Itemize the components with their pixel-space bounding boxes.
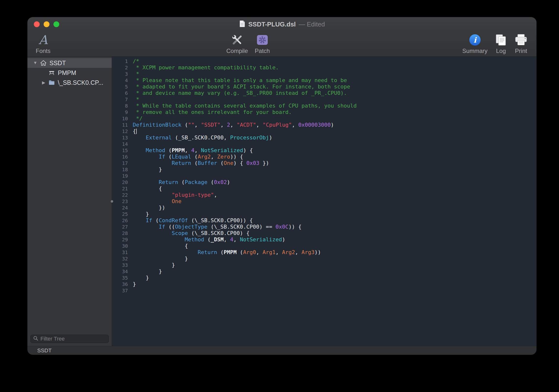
log-pages-icon xyxy=(495,33,507,47)
disclosure-triangle[interactable]: ▼ xyxy=(31,61,39,65)
title-bar[interactable]: SSDT-PLUG.dsl — Edited xyxy=(27,17,536,31)
code-line[interactable]: Method (PMPM, 4, NotSerialized) { xyxy=(133,147,536,154)
line-number: 21 xyxy=(112,185,128,192)
code-line[interactable]: If ((ObjectType (\_SB.SCK0.CP00) == 0x0C… xyxy=(133,224,536,230)
code-line[interactable]: * Please note that this table is only a … xyxy=(133,77,536,84)
code-line[interactable]: * While the table contains several examp… xyxy=(133,103,536,109)
content-area: ▼SSDTPMPM▶\_SB.SCK0.CP... 12345678910111… xyxy=(27,57,536,346)
line-number: 4 xyxy=(112,77,128,84)
code-line[interactable]: { xyxy=(133,185,536,192)
code-line[interactable]: * adapted to fit your board's ACPI stack… xyxy=(133,84,536,90)
code-line[interactable]: }) xyxy=(133,205,536,211)
code-line[interactable]: Method (_DSM, 4, NotSerialized) xyxy=(133,236,536,243)
patch-label: Patch xyxy=(255,48,270,54)
code-line[interactable]: Return (Buffer (One) { 0x03 }) xyxy=(133,160,536,166)
line-number: 12 xyxy=(112,128,128,135)
close-button[interactable] xyxy=(34,21,40,27)
code-lines[interactable]: /* * XCPM power management compatibility… xyxy=(131,58,536,346)
sidebar: ▼SSDTPMPM▶\_SB.SCK0.CP... xyxy=(27,57,112,346)
filter-tree-input[interactable] xyxy=(40,336,106,342)
line-number: 17 xyxy=(112,160,128,166)
code-line[interactable]: } xyxy=(133,268,536,275)
sidebar-item-sb-sck0-cp[interactable]: ▶\_SB.SCK0.CP... xyxy=(27,78,112,87)
line-number: 2 xyxy=(112,64,128,71)
status-bar: SSDT xyxy=(27,346,536,355)
code-line[interactable]: DefinitionBlock ("", "SSDT", 2, "ACDT", … xyxy=(133,122,536,128)
code-line[interactable]: } xyxy=(133,275,536,281)
line-number: 22 xyxy=(112,192,128,198)
code-line[interactable]: Return (PMPM (Arg0, Arg1, Arg2, Arg3)) xyxy=(133,249,536,256)
code-line[interactable]: } xyxy=(133,281,536,287)
line-number: 24 xyxy=(112,205,128,211)
code-line[interactable] xyxy=(133,287,536,294)
fonts-button[interactable]: A Fonts xyxy=(36,33,50,54)
line-number: 35 xyxy=(112,275,128,281)
code-line[interactable]: * XCPM power management compatibility ta… xyxy=(133,64,536,71)
filter-field[interactable] xyxy=(30,335,109,343)
line-number: 36 xyxy=(112,281,128,287)
line-number: 18 xyxy=(112,166,128,173)
sidebar-item-label: SSDT xyxy=(49,60,66,67)
code-line[interactable]: If (LEqual (Arg2, Zero)) { xyxy=(133,154,536,160)
line-number: 5 xyxy=(112,84,128,90)
sidebar-item-ssdt[interactable]: ▼SSDT xyxy=(27,58,112,68)
sidebar-item-pmpm[interactable]: PMPM xyxy=(27,68,112,78)
code-line[interactable]: */ xyxy=(133,115,536,122)
code-line[interactable]: "plugin-type", xyxy=(133,192,536,198)
sidebar-item-label: \_SB.SCK0.CP... xyxy=(58,79,103,86)
line-number: 20 xyxy=(112,179,128,185)
code-line[interactable]: { xyxy=(133,243,536,249)
method-icon xyxy=(48,70,56,76)
disclosure-triangle[interactable]: ▶ xyxy=(40,80,48,85)
search-icon xyxy=(33,336,38,342)
patch-button[interactable]: Patch xyxy=(255,33,270,54)
print-label: Print xyxy=(515,48,527,54)
summary-button[interactable]: i Summary xyxy=(462,33,487,54)
line-number: 7 xyxy=(112,96,128,103)
code-line[interactable]: * remove all the ones irrelevant for you… xyxy=(133,109,536,115)
code-line[interactable]: One xyxy=(133,198,536,205)
document-icon xyxy=(239,20,245,28)
log-button[interactable]: Log xyxy=(495,33,507,54)
code-line[interactable]: * and device name may vary (e.g. _SB_.PR… xyxy=(133,90,536,96)
zoom-button[interactable] xyxy=(53,21,59,27)
line-number: 1 xyxy=(112,58,128,64)
code-line[interactable]: If (CondRefOf (\_SB.SCK0.CP00)) { xyxy=(133,217,536,224)
code-line[interactable]: Return (Package (0x02) xyxy=(133,179,536,185)
code-line[interactable] xyxy=(133,141,536,147)
code-editor[interactable]: 1234567891011121314151617181920212223242… xyxy=(112,57,536,346)
code-line[interactable]: External (_SB_.SCK0.CP00, ProcessorObj) xyxy=(133,135,536,141)
line-number: 11 xyxy=(112,122,128,128)
line-number: 25 xyxy=(112,211,128,217)
house-icon xyxy=(39,60,48,66)
code-line[interactable]: } xyxy=(133,211,536,217)
folder-icon xyxy=(48,80,56,85)
window-controls xyxy=(34,21,59,27)
code-line[interactable]: { xyxy=(133,128,536,135)
line-number: 27 xyxy=(112,224,128,230)
line-number: 29 xyxy=(112,236,128,243)
code-line[interactable]: * xyxy=(133,71,536,77)
sidebar-item-label: PMPM xyxy=(58,69,76,76)
code-line[interactable]: } xyxy=(133,256,536,262)
line-number: 13 xyxy=(112,135,128,141)
code-line[interactable]: /* xyxy=(133,58,536,64)
toolbar: A Fonts xyxy=(27,31,536,57)
code-line[interactable] xyxy=(133,173,536,179)
code-line[interactable]: } xyxy=(133,262,536,268)
fonts-icon: A xyxy=(39,33,48,47)
text-caret xyxy=(136,129,137,134)
line-number: 32 xyxy=(112,256,128,262)
minimize-button[interactable] xyxy=(44,21,49,27)
window-edited-status: — Edited xyxy=(299,21,325,28)
code-line[interactable]: Scope (\_SB.SCK0.CP00) { xyxy=(133,230,536,236)
info-icon: i xyxy=(469,34,481,46)
print-button[interactable]: Print xyxy=(514,33,528,54)
line-number: 23 xyxy=(112,198,128,205)
line-number: 14 xyxy=(112,141,128,147)
code-line[interactable]: * xyxy=(133,96,536,103)
compile-button[interactable]: Compile xyxy=(226,33,248,54)
code-line[interactable]: } xyxy=(133,166,536,173)
sidebar-resize-handle[interactable] xyxy=(111,200,113,203)
line-number: 16 xyxy=(112,154,128,160)
